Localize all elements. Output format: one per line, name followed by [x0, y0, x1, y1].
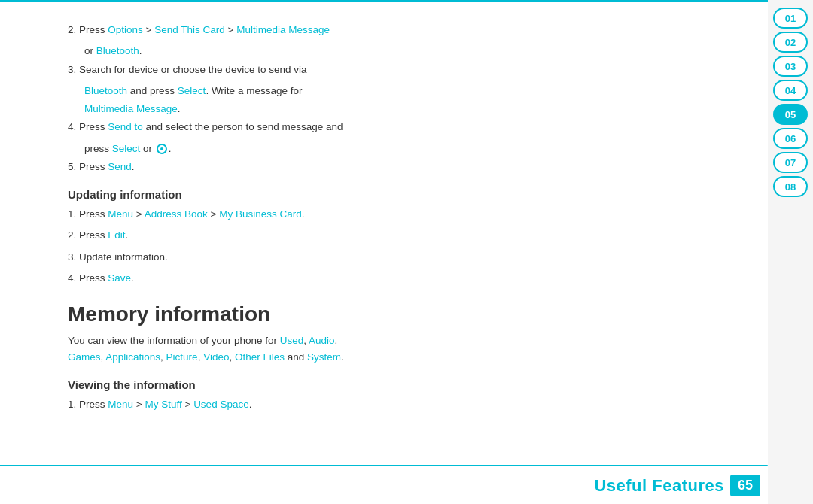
step2-period: .: [139, 45, 142, 56]
updating-step1-mybizcard: My Business Card: [219, 208, 302, 220]
step5-period: .: [132, 161, 135, 172]
sidebar-item-04[interactable]: 04: [773, 80, 808, 101]
step-3-multimedia: Multimedia Message.: [84, 102, 738, 117]
step2-bluetooth: Bluetooth: [96, 45, 139, 56]
updating-step1-period: .: [302, 208, 305, 220]
step-2: 2. Press Options > Send This Card > Mult…: [68, 23, 738, 38]
step2-sep1: >: [143, 24, 154, 35]
step4-prefix: 4. Press: [68, 121, 108, 132]
sidebar-item-08[interactable]: 08: [773, 176, 808, 197]
updating-step2-edit: Edit: [108, 229, 125, 241]
step3-select: Select: [178, 85, 206, 96]
step4-middle: and select the person to send message an…: [143, 121, 343, 132]
sidebar-item-02[interactable]: 02: [773, 32, 808, 53]
footer-page-number: 65: [730, 475, 760, 496]
viewing-heading: Viewing the information: [68, 378, 738, 391]
memory-otherfiles: Other Files: [235, 351, 285, 363]
viewing-step1-prefix: 1. Press: [68, 399, 108, 410]
updating-step2-period: .: [126, 229, 129, 241]
updating-step1-sep2: >: [208, 208, 219, 220]
memory-applications: Applications: [105, 351, 160, 363]
top-line: [0, 0, 768, 2]
updating-step1-prefix: 1. Press: [68, 208, 108, 220]
step-4-indent: press Select or .: [84, 141, 738, 156]
step3-period: .: [178, 103, 181, 114]
viewing-step1-sep2: >: [182, 399, 193, 410]
step3-middle: and press: [127, 85, 178, 96]
sidebar-item-07[interactable]: 07: [773, 152, 808, 173]
step4-period: .: [169, 143, 172, 154]
scroll-icon: [157, 144, 167, 154]
memory-system: System: [307, 351, 341, 363]
viewing-step1-sep1: >: [133, 399, 145, 410]
chapter-sidebar: 01 02 03 04 05 06 07 08: [768, 0, 813, 504]
step4-press: press: [84, 143, 112, 154]
step4-sendto: Send to: [108, 121, 143, 132]
updating-step-2: 2. Press Edit.: [68, 228, 738, 243]
step5-send: Send: [108, 161, 132, 172]
step-3: 3. Search for device or choose the devic…: [68, 62, 738, 77]
updating-step4-save: Save: [108, 272, 131, 284]
step2-sep2: >: [225, 24, 236, 35]
step2-prefix: 2. Press: [68, 24, 108, 35]
updating-step1-menu: Menu: [108, 208, 133, 220]
updating-step1-sep1: >: [133, 208, 145, 220]
step2-multimedia: Multimedia Message: [236, 24, 330, 35]
sidebar-item-03[interactable]: 03: [773, 56, 808, 77]
bottom-line: [0, 465, 768, 466]
step-3-indent: Bluetooth and press Select. Write a mess…: [84, 83, 738, 99]
step2-send-this-card: Send This Card: [154, 24, 225, 35]
viewing-step-1: 1. Press Menu > My Stuff > Used Space.: [68, 397, 738, 412]
updating-step-1: 1. Press Menu > Address Book > My Busine…: [68, 207, 738, 222]
viewing-step1-usedspace: Used Space: [193, 399, 249, 410]
memory-used: Used: [280, 335, 304, 346]
step4-or: or: [140, 143, 155, 154]
updating-step-4: 4. Press Save.: [68, 271, 738, 286]
memory-desc1: You can view the information of your pho…: [68, 335, 280, 346]
memory-games: Games: [68, 351, 101, 363]
main-content: 2. Press Options > Send This Card > Mult…: [45, 8, 760, 459]
updating-step2-prefix: 2. Press: [68, 229, 108, 241]
viewing-step1-menu: Menu: [108, 399, 133, 410]
updating-step1-addressbook: Address Book: [145, 208, 208, 220]
updating-step4-period: .: [131, 272, 134, 284]
step-2-indent: or Bluetooth.: [84, 44, 738, 59]
sidebar-item-06[interactable]: 06: [773, 128, 808, 149]
sidebar-item-01[interactable]: 01: [773, 8, 808, 29]
step4-select: Select: [112, 143, 141, 154]
memory-audio: Audio: [309, 335, 335, 346]
updating-step-3: 3. Update information.: [68, 250, 738, 265]
viewing-step1-mystuff: My Stuff: [145, 399, 181, 410]
memory-picture: Picture: [166, 351, 198, 363]
sidebar-item-05[interactable]: 05: [773, 104, 808, 125]
step2-options: Options: [108, 24, 143, 35]
step-4: 4. Press Send to and select the person t…: [68, 120, 738, 135]
step5-prefix: 5. Press: [68, 161, 108, 172]
memory-video: Video: [203, 351, 229, 363]
step3-multimedia: Multimedia Message: [84, 103, 178, 114]
footer: Useful Features 65: [594, 475, 760, 496]
footer-text: Useful Features: [594, 476, 724, 496]
step-5: 5. Press Send.: [68, 159, 738, 175]
step3-prefix: 3. Search for device or choose the devic…: [68, 64, 306, 75]
step2-or: or: [84, 45, 96, 56]
viewing-step1-period: .: [249, 399, 252, 410]
memory-description: You can view the information of your pho…: [68, 332, 738, 365]
memory-heading: Memory information: [68, 302, 738, 326]
step3-middle2: . Write a message for: [206, 85, 302, 96]
updating-step4-prefix: 4. Press: [68, 272, 108, 284]
updating-heading: Updating information: [68, 188, 738, 201]
step3-bluetooth: Bluetooth: [84, 85, 127, 96]
